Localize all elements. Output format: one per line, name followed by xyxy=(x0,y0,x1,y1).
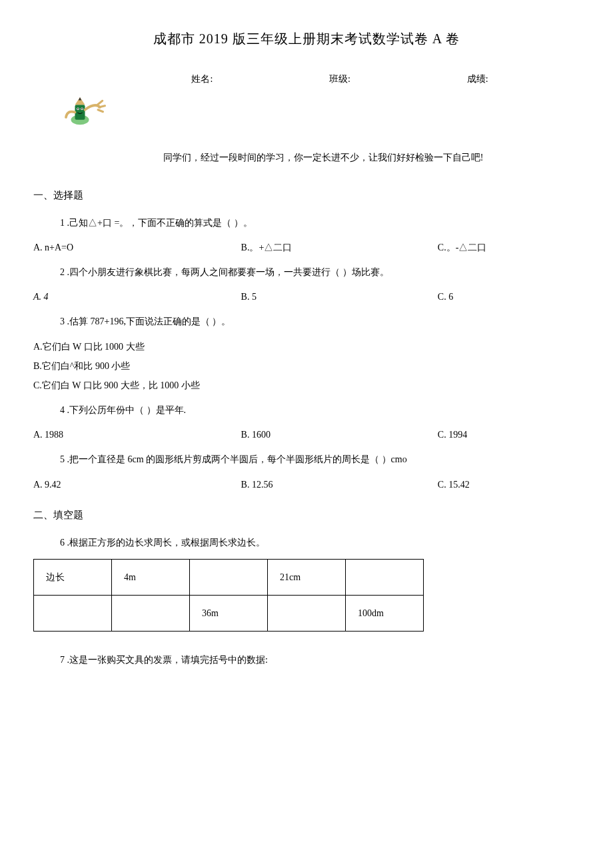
svg-marker-3 xyxy=(79,97,82,101)
q4-option-a: A. 1988 xyxy=(33,426,241,443)
q2-option-b: B. 5 xyxy=(241,288,438,305)
q1-option-b: B.。+△二口 xyxy=(241,239,438,256)
svg-rect-1 xyxy=(75,105,85,120)
pencil-illustration xyxy=(60,94,580,136)
page-title: 成都市 2019 版三年级上册期末考试数学试卷 A 卷 xyxy=(33,27,580,51)
q1-options: A. n+A=O B.。+△二口 C.。-△二口 xyxy=(33,239,580,256)
q5-option-b: B. 12.56 xyxy=(241,476,438,493)
q6-r1c5 xyxy=(346,560,424,596)
q3-stem: 3 .估算 787+196,下面说法正确的是（ ）。 xyxy=(60,313,580,330)
q4-stem: 4 .下列公历年份中（ ）是平年. xyxy=(60,402,580,418)
q1-option-a: A. n+A=O xyxy=(33,239,241,256)
pencil-character-icon xyxy=(60,94,110,131)
q6-r2c4 xyxy=(268,596,346,632)
q3-option-b: B.它们白^和比 900 小些 xyxy=(33,358,580,374)
q2-stem: 2 .四个小朋友进行象棋比赛，每两人之间都要赛一场，一共要进行（ ）场比赛。 xyxy=(60,264,580,280)
q6-stem: 6 .根据正方形的边长求周长，或根据周长求边长。 xyxy=(60,534,580,551)
q5-stem: 5 .把一个直径是 6cm 的圆形纸片剪成两个半圆后，每个半圆形纸片的周长是（ … xyxy=(60,451,580,468)
q6-table: 边长 4m 21cm 36m 100dm xyxy=(33,559,424,632)
score-label: 成绩: xyxy=(467,71,488,87)
q6-r2c1 xyxy=(34,596,112,632)
q6-r2c5: 100dm xyxy=(346,596,424,632)
q6-r1c2: 4m xyxy=(112,560,190,596)
q6-r1c4: 21cm xyxy=(268,560,346,596)
q6-r2c3: 36m xyxy=(190,596,268,632)
header-fields: 姓名: 班级: 成绩: xyxy=(33,71,580,87)
q5-option-a: A. 9.42 xyxy=(33,476,241,493)
svg-point-6 xyxy=(77,109,79,110)
q3-option-a: A.它们白 W 口比 1000 大些 xyxy=(33,338,580,355)
q7-stem: 7 .这是一张购买文具的发票，请填完括号中的数据: xyxy=(60,651,580,668)
section-2-heading: 二、填空题 xyxy=(33,506,580,524)
q2-option-c: C. 6 xyxy=(438,288,580,305)
section-1-heading: 一、选择题 xyxy=(33,187,580,205)
q2-option-a: A. 4 xyxy=(33,292,49,302)
name-label: 姓名: xyxy=(191,71,213,87)
q4-option-b: B. 1600 xyxy=(241,426,438,443)
q1-stem: 1 .己知△+口 =。，下面不正确的算式是（ ）。 xyxy=(60,215,580,231)
q1-option-c: C.。-△二口 xyxy=(438,239,580,256)
q4-option-c: C. 1994 xyxy=(438,426,580,443)
q6-r1c1: 边长 xyxy=(34,560,112,596)
q6-r1c3 xyxy=(190,560,268,596)
q6-r2c2 xyxy=(112,596,190,632)
q3-option-c: C.它们白 W 口比 900 大些，比 1000 小些 xyxy=(33,377,580,394)
svg-point-7 xyxy=(81,109,83,110)
q4-options: A. 1988 B. 1600 C. 1994 xyxy=(33,426,580,443)
class-label: 班级: xyxy=(329,71,350,87)
q2-options: A. 4 B. 5 C. 6 xyxy=(33,288,580,305)
q5-option-c: C. 15.42 xyxy=(438,476,580,493)
q5-options: A. 9.42 B. 12.56 C. 15.42 xyxy=(33,476,580,493)
intro-text: 同学们，经过一段时间的学习，你一定长进不少，让我们好好检验一下自己吧! xyxy=(33,149,580,166)
